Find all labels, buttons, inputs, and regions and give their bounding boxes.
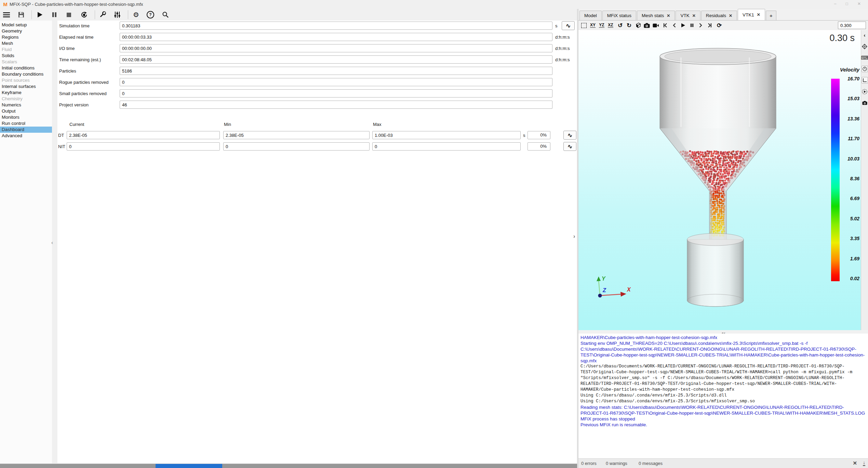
tab-label: Model	[584, 13, 597, 18]
rotate-right-button[interactable]: ↻	[625, 22, 633, 29]
tab-vtk1[interactable]: VTK1✕	[738, 9, 765, 20]
sidebar-item-model-setup[interactable]: Model setup	[0, 22, 52, 28]
close-tab-icon[interactable]: ✕	[667, 13, 670, 18]
tab-model[interactable]: Model	[579, 11, 602, 20]
tab-vtk[interactable]: VTK✕	[676, 11, 700, 20]
collector-opening	[687, 233, 744, 246]
nit-min-field[interactable]	[223, 142, 370, 151]
snapshot-button[interactable]	[862, 100, 868, 106]
rotate-left-button[interactable]: ↺	[616, 22, 624, 29]
menu-button[interactable]	[2, 10, 11, 19]
build-wrench-button[interactable]	[98, 10, 107, 19]
dt-min-field[interactable]	[223, 131, 370, 139]
time-remaining-field[interactable]	[120, 55, 552, 64]
project-version-field[interactable]	[120, 101, 552, 109]
settings-button[interactable]: ⚙	[132, 10, 141, 19]
stop-frames-button[interactable]	[688, 22, 696, 29]
geometry-visibility-button[interactable]	[862, 43, 868, 50]
frame-time-input[interactable]	[838, 22, 866, 29]
previous-frame-button[interactable]	[670, 22, 678, 29]
autoplay-button[interactable]	[862, 88, 868, 95]
sidebar-item-mesh[interactable]: Mesh	[0, 40, 52, 47]
stop-button[interactable]	[64, 10, 73, 19]
dt-current-field[interactable]	[67, 131, 220, 139]
small-particles-field[interactable]	[120, 89, 552, 98]
search-button[interactable]	[161, 10, 170, 19]
scrollbar-thumb[interactable]	[156, 464, 222, 468]
minimize-button[interactable]: –	[831, 1, 839, 6]
last-frame-icon	[708, 23, 712, 28]
unit-label: s	[523, 131, 525, 140]
collapse-left-icon[interactable]: ‹	[51, 239, 53, 245]
pane-splitter-handle-icon[interactable]: ›	[573, 233, 575, 239]
vtk-viewport[interactable]: 0.30 s Velocity 16.70 15.03 13.36 11.70 …	[578, 30, 868, 330]
keyboard-shortcuts-button[interactable]: ⌨	[862, 54, 868, 61]
next-frame-button[interactable]	[697, 22, 705, 29]
sidebar-item-internal-surfaces[interactable]: Internal surfaces	[0, 83, 52, 90]
add-tab-button[interactable]: +	[766, 11, 776, 20]
close-tab-icon[interactable]: ✕	[692, 13, 696, 18]
sidebar-item-advanced[interactable]: Advanced	[0, 133, 52, 139]
pause-button[interactable]	[50, 10, 59, 19]
console-output[interactable]: HAMAKER\Cube-particles-with-ham-hopper-t…	[578, 334, 868, 458]
tab-mesh-stats[interactable]: Mesh stats✕	[637, 11, 675, 20]
nit-max-field[interactable]	[372, 142, 521, 151]
simulation-time-plot-button[interactable]: ∿	[562, 21, 575, 30]
axes-display-button[interactable]	[862, 77, 868, 83]
dt-plot-button[interactable]: ∿	[563, 131, 576, 140]
sidebar-item-keyframe[interactable]: Keyframe	[0, 90, 52, 96]
sidebar-item-initial-conditions[interactable]: Initial conditions	[0, 65, 52, 71]
download-log-icon[interactable]: ↓	[863, 460, 865, 466]
perspective-button[interactable]	[634, 22, 642, 29]
close-tab-icon[interactable]: ✕	[757, 12, 760, 17]
sidebar-item-solids[interactable]: Solids	[0, 53, 52, 59]
tab-label: Mesh stats	[642, 13, 664, 18]
nit-plot-button[interactable]: ∿	[563, 142, 576, 151]
console-splitter[interactable]: ∧∨	[578, 330, 868, 334]
close-tab-icon[interactable]: ✕	[729, 13, 732, 18]
close-window-button[interactable]: ✕	[855, 1, 863, 6]
sidebar-item-output[interactable]: Output	[0, 108, 52, 114]
repeat-button[interactable]: ⟳	[715, 22, 723, 29]
elapsed-real-time-field[interactable]	[120, 33, 552, 41]
horizontal-scrollbar[interactable]	[0, 464, 577, 468]
sidebar-item-monitors[interactable]: Monitors	[0, 114, 52, 120]
screenshot-button[interactable]	[643, 22, 651, 29]
warning-count: 0 warnings	[606, 461, 627, 466]
tab-residuals[interactable]: Residuals✕	[701, 11, 737, 20]
last-frame-button[interactable]	[706, 22, 714, 29]
rotate-ccw-icon: ↺	[618, 22, 623, 29]
sidebar-item-geometry[interactable]: Geometry	[0, 28, 52, 34]
parameters-button[interactable]	[113, 10, 122, 19]
sidebar-item-regions[interactable]: Regions	[0, 34, 52, 40]
message-count: 0 messages	[639, 461, 663, 466]
tab-bar: Model MFiX status Mesh stats✕ VTK✕ Resid…	[578, 9, 868, 21]
particles-field[interactable]	[120, 67, 552, 75]
run-button[interactable]	[36, 10, 44, 19]
simulation-time-field[interactable]	[120, 22, 552, 30]
sidebar-item-numerics[interactable]: Numerics	[0, 102, 52, 108]
fit-view-button[interactable]	[580, 22, 588, 29]
first-frame-button[interactable]	[661, 22, 669, 29]
view-xy-button[interactable]: XY	[589, 22, 597, 29]
viewport-side-toolbar: ‹ ⌨	[861, 30, 868, 330]
reset-button[interactable]	[80, 10, 89, 19]
collapse-strip-button[interactable]: ‹	[862, 32, 868, 38]
maximize-button[interactable]: □	[843, 1, 851, 6]
help-button[interactable]: ?	[146, 10, 155, 19]
rogue-particles-field[interactable]	[120, 78, 552, 86]
play-frames-button[interactable]	[679, 22, 687, 29]
io-time-field[interactable]	[120, 44, 552, 52]
clear-console-icon[interactable]: ✕	[853, 460, 857, 466]
record-button[interactable]	[652, 22, 660, 29]
tab-mfix-status[interactable]: MFiX status	[602, 11, 636, 20]
view-yz-button[interactable]: YZ	[598, 22, 606, 29]
sidebar-item-dashboard[interactable]: Dashboard	[0, 127, 52, 133]
save-button[interactable]	[17, 10, 26, 19]
time-display-button[interactable]	[862, 66, 868, 72]
view-xz-button[interactable]: XZ	[606, 22, 615, 29]
dt-max-field[interactable]	[372, 131, 521, 139]
sidebar-item-boundary-conditions[interactable]: Boundary conditions	[0, 71, 52, 77]
sidebar-item-run-control[interactable]: Run control	[0, 120, 52, 127]
nit-current-field[interactable]	[67, 142, 220, 151]
